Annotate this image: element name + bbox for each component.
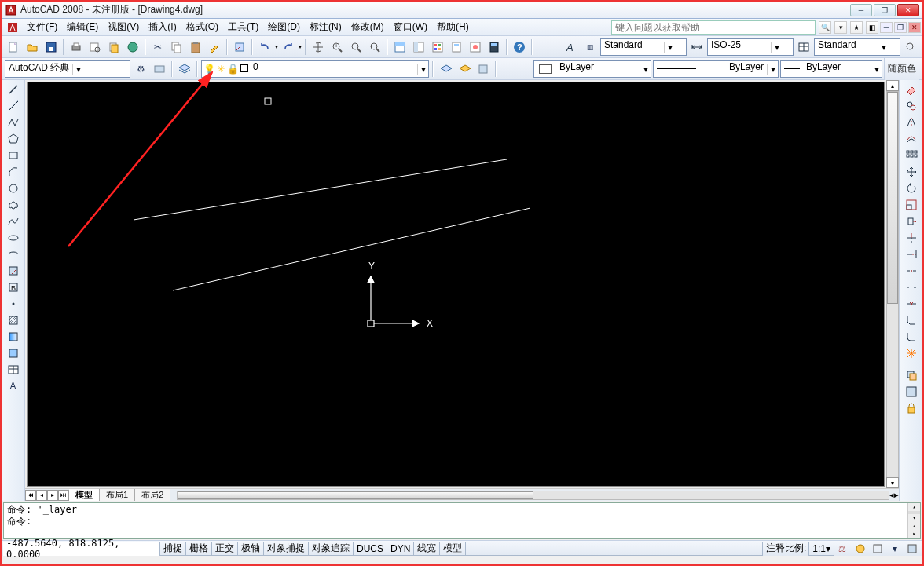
revision-cloud-icon[interactable] bbox=[5, 197, 22, 213]
menu-item[interactable]: 工具(T) bbox=[223, 20, 263, 34]
cut-icon[interactable]: ✂ bbox=[149, 38, 167, 56]
status-toggle[interactable]: 模型 bbox=[439, 542, 466, 556]
scroll-up-icon[interactable]: ▴ bbox=[886, 80, 899, 91]
redo-icon[interactable] bbox=[280, 38, 297, 56]
layer-isolate-icon[interactable] bbox=[475, 60, 492, 78]
scroll-down-icon[interactable]: ▾ bbox=[886, 477, 899, 488]
stretch-icon[interactable] bbox=[903, 214, 920, 229]
undo-dropdown-icon[interactable]: ▾ bbox=[275, 43, 278, 50]
quickcalc-icon[interactable] bbox=[486, 38, 503, 56]
help-search-input[interactable] bbox=[611, 20, 816, 35]
plot-style-label[interactable]: 随颜色 bbox=[884, 58, 919, 80]
block-editor-icon[interactable] bbox=[231, 38, 248, 56]
print-icon[interactable] bbox=[68, 38, 85, 56]
chevron-down-icon[interactable]: ▾ bbox=[878, 42, 889, 53]
make-block-icon[interactable]: B bbox=[5, 279, 22, 295]
point-icon[interactable] bbox=[5, 296, 22, 312]
plot-preview-icon[interactable] bbox=[86, 38, 104, 56]
menu-item[interactable]: 视图(V) bbox=[103, 20, 144, 34]
undo-icon[interactable] bbox=[256, 38, 273, 56]
menu-item[interactable]: 插入(I) bbox=[144, 20, 181, 34]
save-icon[interactable] bbox=[42, 38, 60, 56]
pan-icon[interactable] bbox=[310, 38, 327, 56]
status-toggle[interactable]: DUCS bbox=[353, 542, 387, 556]
chevron-down-icon[interactable]: ▾ bbox=[664, 42, 675, 53]
layers-manager-icon[interactable] bbox=[176, 60, 193, 78]
anno-visibility-icon[interactable]: ⚖ bbox=[834, 540, 852, 557]
zoom-previous-icon[interactable] bbox=[366, 38, 383, 56]
trim-icon[interactable] bbox=[903, 230, 920, 246]
menu-item[interactable]: 窗口(W) bbox=[389, 20, 432, 34]
redo-dropdown-icon[interactable]: ▾ bbox=[299, 43, 302, 50]
tab-model[interactable]: 模型 bbox=[69, 489, 100, 501]
menu-item[interactable]: 编辑(E) bbox=[62, 20, 103, 34]
layer-state-icon[interactable] bbox=[456, 60, 473, 78]
chevron-down-icon[interactable]: ▾ bbox=[871, 64, 882, 75]
ellipse-arc-icon[interactable] bbox=[5, 246, 22, 262]
drawing-canvas[interactable]: X Y bbox=[27, 82, 885, 487]
text-style-icon[interactable]: A bbox=[563, 38, 580, 56]
dim-style-icon[interactable] bbox=[688, 38, 706, 56]
status-tray-icon[interactable] bbox=[869, 540, 886, 557]
text-style-launch-icon[interactable]: ▥ bbox=[581, 38, 599, 56]
rectangle-icon[interactable] bbox=[5, 148, 22, 163]
region-icon[interactable] bbox=[5, 345, 22, 361]
new-icon[interactable] bbox=[5, 38, 22, 56]
zoom-realtime-icon[interactable]: + bbox=[328, 38, 346, 56]
coordinates-display[interactable]: -487.5640, 818.8125, 0.0000 bbox=[3, 542, 160, 556]
copy-icon[interactable] bbox=[168, 38, 185, 56]
favorite-icon[interactable]: ★ bbox=[850, 21, 863, 34]
chamfer-icon[interactable] bbox=[903, 312, 920, 328]
command-scrollbar[interactable]: ▴▾◂▸ bbox=[908, 503, 920, 538]
line-icon[interactable] bbox=[5, 82, 22, 97]
tab-first-icon[interactable]: ⏮ bbox=[25, 490, 36, 501]
menu-item[interactable]: 格式(O) bbox=[182, 20, 223, 34]
status-toggle[interactable]: 正交 bbox=[211, 542, 238, 556]
erase-icon[interactable] bbox=[903, 82, 920, 97]
table-style-selector[interactable]: Standard▾ bbox=[814, 38, 900, 56]
lineweight-selector[interactable]: ByLayer ▾ bbox=[780, 60, 882, 78]
menu-item[interactable]: 文件(F) bbox=[22, 20, 62, 34]
layer-on-icon[interactable]: 💡 bbox=[204, 64, 215, 75]
workspace-config-icon[interactable] bbox=[903, 384, 920, 400]
vscroll-thumb[interactable] bbox=[887, 92, 898, 304]
chevron-down-icon[interactable]: ▾ bbox=[72, 64, 83, 75]
color-selector[interactable]: ByLayer ▾ bbox=[534, 60, 651, 78]
gradient-icon[interactable] bbox=[5, 329, 22, 345]
table-icon[interactable] bbox=[5, 362, 22, 378]
status-toggle[interactable]: DYN bbox=[387, 542, 414, 556]
3ddwf-icon[interactable] bbox=[124, 38, 141, 56]
annotation-scale-value[interactable]: 1:1 ▾ bbox=[808, 542, 834, 556]
spline-icon[interactable] bbox=[5, 214, 22, 229]
clean-screen-icon[interactable] bbox=[904, 540, 921, 557]
tab-last-icon[interactable]: ⏭ bbox=[58, 490, 69, 501]
workspace-selector[interactable]: AutoCAD 经典▾ bbox=[5, 60, 130, 78]
app-menu-icon[interactable] bbox=[6, 21, 19, 34]
command-line[interactable]: 命令: '_layer 命令: ▴▾◂▸ bbox=[3, 502, 921, 539]
tab-layout1[interactable]: 布局1 bbox=[100, 489, 135, 501]
lock-ui-icon[interactable] bbox=[903, 400, 920, 416]
chevron-down-icon[interactable]: ▾ bbox=[771, 42, 782, 53]
design-center-icon[interactable] bbox=[410, 38, 427, 56]
scale-icon[interactable] bbox=[903, 197, 920, 213]
status-toggle[interactable]: 对象捕捉 bbox=[263, 542, 309, 556]
rotate-icon[interactable] bbox=[903, 181, 920, 196]
mtext-icon[interactable]: A bbox=[5, 378, 22, 394]
array-icon[interactable] bbox=[903, 148, 920, 163]
text-style-selector[interactable]: Standard▾ bbox=[600, 38, 687, 56]
layer-previous-icon[interactable] bbox=[437, 60, 454, 78]
layer-lock-icon[interactable]: 🔓 bbox=[227, 64, 239, 75]
mleader-style-icon[interactable] bbox=[902, 38, 919, 56]
copy-object-icon[interactable] bbox=[903, 98, 920, 114]
polyline-icon[interactable] bbox=[5, 115, 22, 130]
break-at-point-icon[interactable] bbox=[903, 263, 920, 279]
layer-selector[interactable]: 💡 ☀ 🔓 0 ▾ bbox=[201, 60, 429, 78]
tab-next-icon[interactable]: ▸ bbox=[47, 490, 58, 501]
paste-icon[interactable] bbox=[187, 38, 204, 56]
open-icon[interactable] bbox=[24, 38, 41, 56]
markup-icon[interactable] bbox=[467, 38, 484, 56]
break-icon[interactable] bbox=[903, 279, 920, 295]
extend-icon[interactable] bbox=[903, 246, 920, 262]
chevron-down-icon[interactable]: ▾ bbox=[767, 64, 778, 75]
status-toggle[interactable]: 栅格 bbox=[185, 542, 212, 556]
